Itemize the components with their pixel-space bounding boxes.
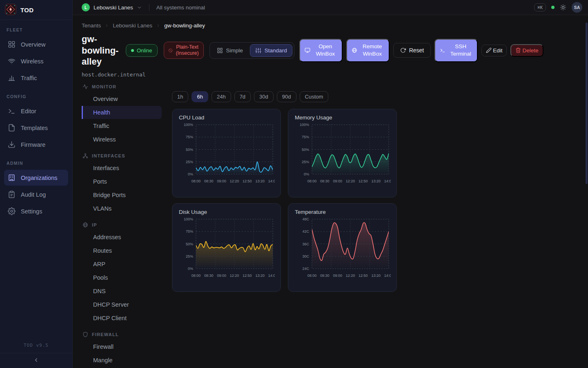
svg-text:12:20: 12:20 [230,274,239,278]
chart-canvas: 100%75%50%25%0%08:0008:3009:0012:2012:50… [179,217,275,282]
time-range-custom[interactable]: Custom [300,91,329,102]
view-mode-label: Standard [265,47,287,54]
subnav-item-routes[interactable]: Routes [82,244,162,257]
svg-text:13:20: 13:20 [371,274,381,278]
view-mode-standard[interactable]: Standard [250,44,292,57]
chart-card-memory-usage: Memory Usage100%75%50%25%0%08:0008:3009:… [288,109,397,197]
chart-grid: CPU Load100%75%50%25%0%08:0008:3009:0012… [172,109,397,292]
subnav-item-firewall[interactable]: Firewall [82,340,162,353]
subnav-item-vlans[interactable]: VLANs [82,202,162,215]
sidebar-item-traffic[interactable]: Traffic [4,70,68,86]
subnav-item-addresses[interactable]: Addresses [82,231,162,244]
command-palette-shortcut[interactable]: ⌘K [534,3,546,11]
svg-text:25%: 25% [186,159,193,164]
sidebar-section-label-admin: ADMIN [7,161,66,166]
edit-button[interactable]: Edit [481,45,507,56]
time-range-7d[interactable]: 7d [234,91,251,102]
remote-winbox-button[interactable]: Remote WinBox [346,39,390,62]
svg-text:25%: 25% [186,254,193,258]
sidebar-nav: FLEETOverviewWirelessTrafficCONFIGEditor… [0,20,72,339]
delete-button[interactable]: Delete [510,44,543,57]
open-winbox-button[interactable]: Open WinBox [299,39,343,62]
chart-title: Temperature [295,209,390,215]
svg-text:100%: 100% [300,123,309,127]
subnav-item-pools[interactable]: Pools [82,271,162,284]
sidebar-item-firmware[interactable]: Firmware [4,137,68,153]
pencil-icon [486,47,492,53]
svg-text:100%: 100% [184,123,193,127]
time-range-6h[interactable]: 6h [192,91,208,102]
svg-text:13:20: 13:20 [255,274,265,278]
subnav-item-interfaces[interactable]: Interfaces [82,162,162,175]
view-mode-toggle: SimpleStandard [209,42,294,59]
scrollbar-thumb[interactable] [586,22,588,184]
breadcrumb-item-tenants[interactable]: Tenants [82,22,101,29]
svg-text:14:00: 14:00 [384,179,391,183]
sidebar-item-editor[interactable]: Editor [4,103,68,119]
network-icon [82,153,88,159]
subnav-item-traffic[interactable]: Traffic [82,119,162,132]
sidebar-item-audit-log[interactable]: Audit Log [4,186,68,202]
svg-text:12:20: 12:20 [346,274,355,278]
gear-icon [8,207,16,215]
svg-text:12:20: 12:20 [230,179,239,183]
status-badge-plain-text-insecure: Plain-Text (Insecure) [164,42,204,59]
breadcrumb-item-lebowski-lanes[interactable]: Lebowski Lanes [113,22,152,29]
time-range-24h[interactable]: 24h [212,91,231,102]
sidebar-item-templates[interactable]: Templates [4,120,68,136]
button-label: Edit [493,47,502,54]
svg-text:30C: 30C [302,254,309,258]
sidebar-item-wireless[interactable]: Wireless [4,53,68,69]
subnav-section-monitor: MONITOR [82,84,161,90]
reset-button[interactable]: Reset [393,43,431,58]
grid-icon [8,40,16,48]
svg-text:08:30: 08:30 [204,179,214,183]
subnav-item-ports[interactable]: Ports [82,175,162,188]
subnav-item-dns[interactable]: DNS [82,285,162,298]
subnav-item-mangle[interactable]: Mangle [82,354,162,367]
user-avatar[interactable]: SA [572,2,582,13]
svg-text:0%: 0% [188,172,193,176]
chart-canvas: 100%75%50%25%0%08:0008:3009:0012:2012:50… [295,123,391,187]
subnav-item-arp[interactable]: ARP [82,258,162,271]
badge-label: Online [137,47,152,54]
breadcrumb-item-gw-bowling-alley: gw-bowling-alley [164,22,205,29]
time-range-90d[interactable]: 90d [277,91,296,102]
subnav-item-dhcp-server[interactable]: DHCP Server [82,298,162,311]
sidebar-item-overview[interactable]: Overview [4,36,68,52]
sidebar-item-organizations[interactable]: Organizations [4,170,68,186]
device-badges: OnlinePlain-Text (Insecure) [126,42,204,59]
device-actions: Open WinBoxRemote WinBoxResetSSH Termina… [299,39,543,62]
svg-text:09:00: 09:00 [217,274,226,278]
time-range-1h[interactable]: 1h [172,91,188,102]
svg-text:12:50: 12:50 [243,179,252,183]
sidebar-item-label: Overview [21,41,45,48]
app-logo-icon [5,4,16,16]
svg-text:09:00: 09:00 [333,274,342,278]
subnav-item-dhcp-client[interactable]: DHCP Client [82,312,162,325]
svg-text:13:20: 13:20 [255,179,265,183]
theme-toggle-icon[interactable] [560,4,566,11]
monitor-icon [305,47,310,53]
time-range-selector: 1h6h24h7d30d90dCustom [172,91,397,102]
tenant-selector[interactable]: L Lebowski Lanes [82,3,142,11]
subnav-item-overview[interactable]: Overview [82,92,162,105]
ssh-terminal-button[interactable]: SSH Terminal [434,39,478,62]
sidebar-item-label: Templates [21,125,48,131]
app-logo: TOD [0,0,72,20]
view-mode-simple[interactable]: Simple [212,44,248,57]
sidebar-item-settings[interactable]: Settings [4,203,68,219]
activity-icon [82,84,88,90]
main-content: TenantsLebowski Lanesgw-bowling-alley gw… [73,15,588,368]
globe-icon [352,47,357,53]
subnav-item-wireless[interactable]: Wireless [82,133,162,146]
sidebar-collapse-button[interactable] [0,353,72,368]
tenant-name: Lebowski Lanes [94,4,133,11]
subnav-section-label: IP [92,222,97,227]
svg-text:75%: 75% [186,135,193,139]
subnav-item-health[interactable]: Health [82,106,162,119]
svg-text:0%: 0% [188,267,193,271]
subnav-section-ip: IP [82,222,161,228]
time-range-30d[interactable]: 30d [254,91,274,102]
subnav-item-bridge-ports[interactable]: Bridge Ports [82,188,162,202]
